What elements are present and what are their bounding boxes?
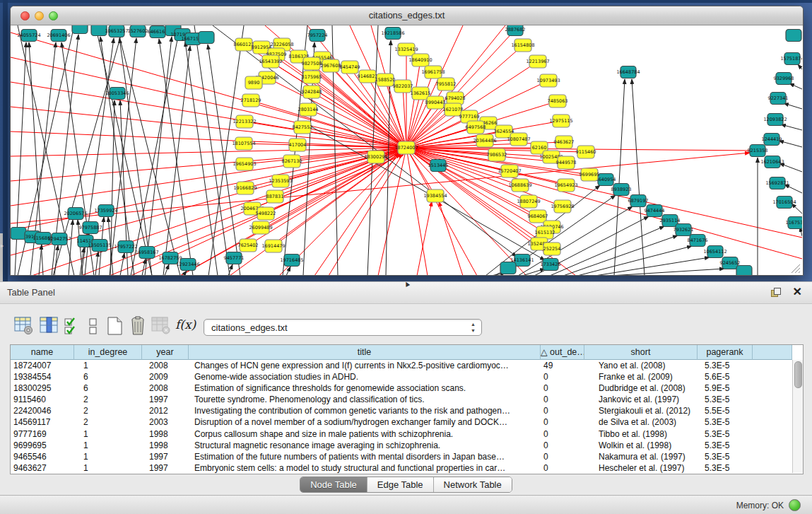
- tab-node-table[interactable]: Node Table: [300, 477, 367, 492]
- graph-node-label: 20206576: [64, 211, 87, 216]
- graph-node-label: 1513445: [428, 163, 449, 168]
- side-splitter[interactable]: [0, 233, 3, 283]
- table-cell: 5.3E-5: [698, 394, 753, 405]
- table-cell: 5.3E-5: [698, 451, 753, 462]
- table-cell: 0: [541, 428, 584, 440]
- graph-node-label: 15751874: [780, 56, 802, 62]
- graph-node-label: 6466162: [148, 29, 168, 35]
- column-header-out_de…[interactable]: △ out_de…: [541, 345, 584, 360]
- graph-node-teal[interactable]: [500, 262, 516, 274]
- table-cell: 2008: [142, 360, 189, 371]
- table-cell: Structural magnetic resonance image aver…: [189, 440, 541, 451]
- table-cell: 5.3E-5: [698, 428, 753, 440]
- column-header-filler[interactable]: [753, 345, 792, 360]
- graph-node-label: 13505135: [88, 243, 111, 248]
- table-row[interactable]: 1938455462009Genome-wide association stu…: [11, 371, 792, 382]
- side-splitter-arrow-icon[interactable]: ▸: [1, 243, 4, 249]
- graph-node-label: 16154808: [511, 42, 534, 48]
- graph-node-label: 9822037: [393, 83, 413, 89]
- column-header-year[interactable]: year: [142, 345, 189, 360]
- graph-node-label: 9449578: [556, 160, 577, 165]
- tab-network-table[interactable]: Network Table: [434, 477, 512, 492]
- app-frame-left: [3, 0, 8, 283]
- graph-node-label: 12923446: [176, 262, 199, 267]
- table-row[interactable]: 1830029562008Estimation of significance …: [11, 382, 792, 394]
- table-cell: 1997: [142, 394, 189, 405]
- table-cell: 2: [74, 416, 142, 428]
- tab-edge-table[interactable]: Edge Table: [367, 477, 434, 492]
- graph-node-label: 16961758: [421, 69, 445, 75]
- table-row[interactable]: 911546021997Tourette syndrome. Phenomeno…: [11, 394, 792, 405]
- table-row[interactable]: 2242004622012Investigating the contribut…: [11, 405, 792, 416]
- table-row[interactable]: 969969511998Structural magnetic resonanc…: [11, 440, 792, 451]
- table-cell: 1998: [142, 440, 189, 451]
- graph-node-label: 62160: [532, 145, 547, 151]
- column-header-pagerank[interactable]: pagerank: [698, 345, 753, 360]
- unselect-rows-icon[interactable]: [88, 316, 99, 336]
- graph-node-label: 417004: [289, 142, 307, 148]
- graph-node-label: 16210643: [760, 159, 784, 165]
- table-cell: 2009: [142, 371, 189, 382]
- graph-node-label: 9827508: [302, 61, 322, 66]
- column-header-name[interactable]: name: [11, 345, 74, 360]
- table-cell: 5.6E-5: [698, 371, 753, 382]
- column-header-short[interactable]: short: [584, 345, 698, 360]
- memory-status-label: Memory: OK: [736, 501, 784, 510]
- table-cell: 1997: [142, 462, 189, 474]
- table-cell: 0: [541, 371, 584, 382]
- graph-node-label: 9115460: [576, 149, 596, 155]
- network-view-window: citations_edges.txt 24055724206914061065…: [10, 6, 804, 276]
- network-canvas[interactable]: 2405572420691406106532571527602646616210…: [11, 25, 802, 275]
- graph-node-label: 16782759: [158, 255, 182, 261]
- table-row[interactable]: 946362711997Embryonic stem cells: a mode…: [11, 462, 792, 474]
- table-cell: 22420046: [11, 405, 74, 416]
- float-panel-icon[interactable]: [771, 288, 781, 297]
- graph-node-teal[interactable]: [11, 228, 26, 240]
- table-cell: 9465546: [11, 451, 74, 462]
- table-cell: 2008: [142, 382, 189, 394]
- graph-node-label: 18724007: [394, 145, 418, 151]
- function-builder-icon[interactable]: f(x): [175, 317, 196, 332]
- table-cell: 2: [74, 405, 142, 416]
- graph-node-label: 17359924: [94, 208, 117, 214]
- graph-node-teal[interactable]: [72, 25, 88, 34]
- table-cell: Genome-wide association studies in ADHD.: [189, 371, 541, 382]
- graph-node-label: 20053346: [105, 90, 129, 96]
- table-row[interactable]: 1872400712008Changes of HCN gene express…: [11, 360, 792, 371]
- scrollbar-thumb[interactable]: [794, 361, 802, 388]
- close-panel-icon[interactable]: ✕: [793, 286, 802, 298]
- graph-node-label: 252254: [543, 246, 561, 252]
- table-row[interactable]: 946554611997Estimation of the future num…: [11, 451, 792, 462]
- table-row[interactable]: 1456911722003Disruption of a novel membe…: [11, 416, 792, 428]
- table-cell: Changes of HCN gene expression and I(f) …: [189, 360, 541, 371]
- new-table-icon[interactable]: [106, 316, 124, 336]
- graph-node-teal[interactable]: [199, 32, 214, 44]
- graph-node-label: 9463627: [554, 139, 575, 145]
- delete-table-icon[interactable]: [129, 316, 147, 336]
- graph-node-label: 1362615: [411, 90, 431, 96]
- table-source-select[interactable]: citations_edges.txt ▲▼: [204, 319, 482, 336]
- graph-node-label: 2935114: [660, 218, 681, 223]
- graph-node-label: 19218586: [381, 30, 404, 36]
- table-cell: Tourette syndrome. Phenomenology and cla…: [189, 394, 541, 405]
- table-cell: Tibbo et al. (1998): [584, 428, 698, 440]
- table-cell: 0: [541, 382, 584, 394]
- graph-node-teal[interactable]: [736, 266, 752, 276]
- table-settings-icon[interactable]: [14, 316, 33, 335]
- table-cell: Stergiakouli et al. (2012): [584, 405, 698, 416]
- graph-node-label: 19654923: [554, 182, 577, 188]
- graph-node-label: 1167533: [786, 220, 802, 226]
- resize-grip-icon[interactable]: [789, 262, 801, 274]
- graph-node-label: 18807249: [517, 199, 540, 204]
- table-row[interactable]: 977716911998Corpus callosum shape and si…: [11, 428, 792, 440]
- graph-node-label: 16543392: [259, 59, 282, 64]
- window-titlebar[interactable]: citations_edges.txt: [11, 6, 803, 25]
- table-cell: Hescheler et al. (1997): [584, 462, 698, 474]
- select-all-rows-icon[interactable]: [64, 316, 81, 336]
- delete-column-disabled-icon[interactable]: [151, 316, 171, 335]
- table-vertical-scrollbar[interactable]: [792, 360, 803, 473]
- graph-node-teal[interactable]: [786, 30, 801, 42]
- column-header-in_degree[interactable]: in_degree: [74, 345, 142, 360]
- column-header-title[interactable]: title: [189, 345, 541, 360]
- column-visibility-icon[interactable]: [40, 316, 59, 335]
